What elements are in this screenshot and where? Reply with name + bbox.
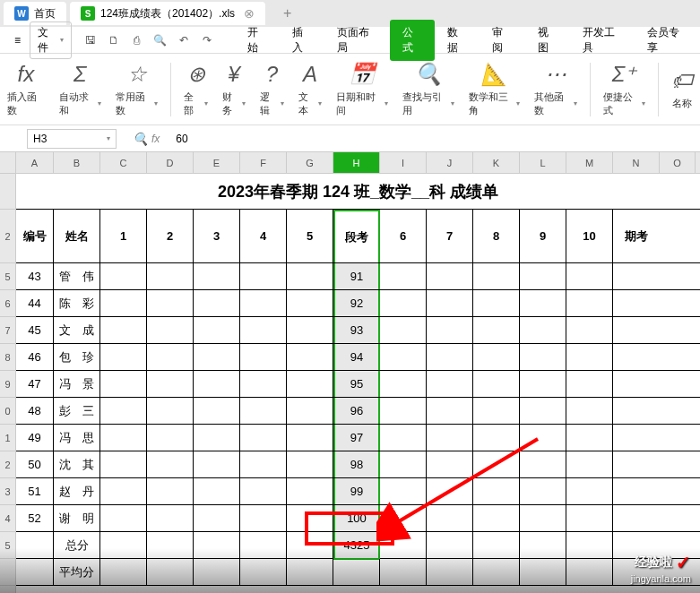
spreadsheet-grid[interactable]: A B C D E F G H I J K L M N O 2023年春季期 1…	[16, 152, 700, 593]
cell[interactable]	[566, 263, 613, 289]
cell[interactable]: 46	[16, 344, 54, 370]
cell[interactable]	[613, 317, 660, 343]
cell[interactable]: 冯 景	[54, 371, 100, 397]
cell[interactable]	[287, 451, 333, 477]
cell[interactable]	[613, 425, 660, 451]
tab-dev[interactable]: 开发工具	[570, 20, 635, 61]
insert-func-button[interactable]: fx 插入函数	[0, 57, 52, 121]
cell[interactable]	[380, 532, 427, 558]
cell[interactable]	[520, 371, 566, 397]
cell[interactable]	[287, 478, 333, 504]
cell[interactable]	[100, 371, 147, 397]
cell[interactable]	[194, 263, 240, 289]
col-header[interactable]: I	[380, 152, 427, 173]
cell[interactable]	[566, 317, 613, 343]
cell[interactable]: 52	[16, 505, 54, 531]
cell[interactable]: 45	[16, 317, 54, 343]
cell[interactable]	[147, 371, 194, 397]
cell[interactable]	[100, 263, 147, 289]
cell[interactable]	[380, 371, 427, 397]
header-cell[interactable]: 姓名	[54, 210, 100, 262]
cell[interactable]	[473, 505, 520, 531]
col-header[interactable]: H	[333, 152, 380, 173]
tab-member[interactable]: 会员专享	[635, 20, 700, 61]
select-all-corner[interactable]	[0, 152, 15, 174]
header-cell[interactable]: 1	[100, 210, 147, 262]
cell[interactable]: 94	[333, 344, 380, 370]
row-header[interactable]: 2	[0, 451, 15, 478]
header-cell[interactable]: 7	[427, 210, 473, 262]
cell[interactable]	[566, 425, 613, 451]
row-header[interactable]: 9	[0, 371, 15, 398]
cell[interactable]	[520, 290, 566, 316]
cell[interactable]	[473, 290, 520, 316]
tab-start[interactable]: 开始	[235, 20, 280, 61]
cell[interactable]	[147, 290, 194, 316]
header-cell[interactable]: 编号	[16, 210, 54, 262]
cell[interactable]: 100	[333, 505, 380, 531]
header-cell[interactable]: 5	[287, 210, 333, 262]
cell[interactable]	[520, 478, 566, 504]
cell[interactable]	[427, 478, 473, 504]
cell[interactable]	[473, 478, 520, 504]
col-header[interactable]: O	[660, 152, 696, 173]
financial-button[interactable]: ¥ 财务▾	[215, 57, 254, 121]
cell[interactable]	[380, 478, 427, 504]
col-header[interactable]: M	[566, 152, 613, 173]
cell[interactable]	[380, 344, 427, 370]
cell[interactable]	[473, 317, 520, 343]
cell[interactable]	[287, 263, 333, 289]
header-cell[interactable]: 4	[240, 210, 287, 262]
cell[interactable]	[147, 344, 194, 370]
tab-formula[interactable]: 公式	[390, 20, 435, 61]
text-button[interactable]: A 文本▾	[291, 57, 330, 121]
lookup-button[interactable]: 🔍 查找与引用▾	[395, 57, 462, 121]
cell[interactable]: 97	[333, 425, 380, 451]
cell[interactable]	[16, 559, 54, 585]
col-header[interactable]: K	[473, 152, 520, 173]
cell[interactable]	[147, 398, 194, 424]
cell[interactable]	[287, 344, 333, 370]
header-cell[interactable]: 10	[566, 210, 613, 262]
cell[interactable]	[473, 559, 520, 585]
row-header[interactable]: 3	[0, 478, 15, 505]
cell[interactable]	[100, 505, 147, 531]
cell[interactable]	[613, 263, 660, 289]
cell[interactable]	[287, 371, 333, 397]
cell[interactable]: 43	[16, 263, 54, 289]
cell[interactable]	[240, 317, 287, 343]
cell[interactable]	[427, 451, 473, 477]
cell[interactable]	[287, 398, 333, 424]
cell[interactable]	[473, 532, 520, 558]
cell[interactable]	[147, 505, 194, 531]
cell[interactable]: 99	[333, 478, 380, 504]
cell[interactable]: 沈 其	[54, 451, 100, 477]
cell[interactable]	[566, 505, 613, 531]
avg-label[interactable]: 平均分	[54, 559, 100, 585]
cell[interactable]	[566, 451, 613, 477]
cell-reference-input[interactable]: H3 ▾	[27, 129, 117, 149]
cell[interactable]	[287, 559, 333, 585]
cell[interactable]	[240, 478, 287, 504]
cell[interactable]	[427, 263, 473, 289]
cell[interactable]	[147, 317, 194, 343]
cell[interactable]: 92	[333, 290, 380, 316]
hamburger-button[interactable]: ≡	[7, 30, 28, 50]
all-button[interactable]: ⊛ 全部▾	[177, 57, 215, 121]
cell[interactable]: 93	[333, 317, 380, 343]
cell[interactable]	[566, 559, 613, 585]
cell[interactable]	[100, 290, 147, 316]
cell[interactable]	[147, 451, 194, 477]
row-header[interactable]: 5	[0, 263, 15, 290]
cell[interactable]: 95	[333, 371, 380, 397]
row-header[interactable]: 7	[0, 317, 15, 344]
row-header[interactable]: 6	[0, 290, 15, 317]
cell[interactable]	[240, 263, 287, 289]
cell[interactable]	[427, 505, 473, 531]
cell[interactable]	[287, 505, 333, 531]
cell[interactable]	[100, 478, 147, 504]
cell[interactable]	[566, 398, 613, 424]
cell[interactable]	[194, 317, 240, 343]
cell[interactable]	[566, 290, 613, 316]
row-header[interactable]: 8	[0, 344, 15, 371]
